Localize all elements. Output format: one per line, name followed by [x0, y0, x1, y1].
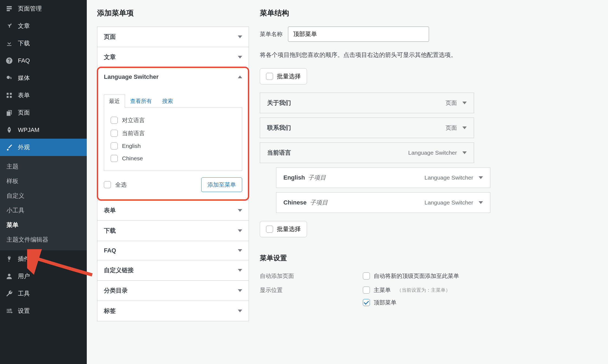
submenu-menus[interactable]: 菜单 — [0, 218, 87, 232]
add-to-menu-button[interactable]: 添加至菜单 — [201, 177, 242, 192]
appearance-submenu: 主题 样板 自定义 小工具 菜单 主题文件编辑器 — [0, 156, 87, 250]
chevron-down-icon[interactable] — [462, 102, 467, 104]
opt-chinese[interactable]: Chinese — [109, 152, 237, 165]
chevron-down-icon[interactable] — [479, 201, 483, 204]
help-text: 将各个项目拖到您喜欢的顺序。点击项目右边的箭头可显示其他配置选项。 — [260, 51, 598, 59]
batch-select-button-top[interactable]: 批量选择 — [260, 68, 307, 84]
checkbox[interactable] — [266, 73, 273, 80]
checkbox[interactable] — [111, 130, 118, 137]
accordion-language-switcher: Language Switcher 最近 查看所有 搜索 对立语言 当前语言 E… — [97, 67, 249, 200]
pin-icon — [5, 22, 14, 30]
accordion-pages[interactable]: 页面 — [97, 27, 249, 47]
svg-point-1 — [8, 274, 10, 276]
checkbox[interactable] — [363, 299, 370, 306]
sidebar-label: FAQ — [18, 57, 30, 64]
checkbox[interactable] — [111, 142, 118, 150]
sidebar-label: 用户 — [18, 272, 30, 280]
accordion-label: 标签 — [104, 307, 116, 315]
opt-opposite-lang[interactable]: 对立语言 — [109, 114, 237, 127]
svg-point-2 — [10, 309, 11, 310]
loc-top-menu[interactable]: 顶部菜单 — [363, 299, 450, 306]
chevron-down-icon — [238, 209, 242, 212]
accordion-tags[interactable]: 标签 — [97, 301, 249, 321]
chevron-down-icon — [238, 269, 242, 272]
sidebar-label: 媒体 — [18, 74, 30, 82]
sidebar-item-users[interactable]: 用户 — [0, 268, 87, 285]
download-icon — [5, 39, 14, 48]
submenu-theme-editor[interactable]: 主题文件编辑器 — [0, 232, 87, 247]
sidebar-label: 表单 — [18, 91, 30, 99]
menu-item-row[interactable]: 关于我们 页面 — [260, 93, 474, 113]
sidebar-item-posts[interactable]: 文章 — [0, 17, 87, 35]
accordion-label: FAQ — [104, 247, 116, 254]
chevron-down-icon[interactable] — [479, 176, 483, 179]
chevron-down-icon — [238, 249, 242, 252]
menu-item-row[interactable]: 联系我们 页面 — [260, 118, 474, 138]
menu-item-row[interactable]: Chinese子项目 Language Switcher — [276, 192, 490, 213]
auto-add-checkbox[interactable]: 自动将新的顶级页面添加至此菜单 — [363, 272, 459, 280]
structure-heading: 菜单结构 — [260, 8, 598, 18]
rocket-icon — [5, 126, 14, 134]
chevron-down-icon — [238, 56, 242, 58]
submenu-widgets[interactable]: 小工具 — [0, 203, 87, 218]
copy-icon — [5, 108, 14, 117]
sidebar-item-pages-mgmt[interactable]: 页面管理 — [0, 0, 87, 17]
user-icon — [5, 272, 14, 281]
accordion-downloads[interactable]: 下载 — [97, 221, 249, 241]
loc-main-menu[interactable]: 主菜单（当前设置为：主菜单） — [363, 286, 450, 294]
checkbox[interactable] — [266, 226, 273, 233]
wrench-icon — [5, 289, 14, 298]
chevron-down-icon[interactable] — [462, 126, 467, 129]
tab-search[interactable]: 搜索 — [157, 95, 178, 108]
submenu-templates[interactable]: 样板 — [0, 174, 87, 188]
accordion-label: 表单 — [104, 206, 116, 214]
select-all[interactable]: 全选 — [104, 181, 127, 188]
opt-english[interactable]: English — [109, 140, 237, 152]
menu-item-row[interactable]: English子项目 Language Switcher — [276, 167, 490, 188]
sidebar-item-forms[interactable]: 表单 — [0, 87, 87, 104]
auto-add-label: 自动添加页面 — [260, 272, 352, 280]
media-icon — [5, 74, 14, 82]
sidebar-item-tools[interactable]: 工具 — [0, 285, 87, 302]
sidebar-item-settings[interactable]: 设置 — [0, 302, 87, 320]
menu-settings: 菜单设置 自动添加页面 自动将新的顶级页面添加至此菜单 显示位置 主菜单（当前设… — [260, 253, 598, 310]
checkbox[interactable] — [111, 155, 118, 162]
sidebar-item-downloads[interactable]: 下载 — [0, 35, 87, 52]
sidebar-item-plugins[interactable]: 插件 — [0, 250, 87, 268]
accordion-forms[interactable]: 表单 — [97, 200, 249, 220]
accordion-label: 自定义链接 — [104, 266, 134, 274]
chevron-down-icon — [238, 310, 242, 312]
accordion-categories[interactable]: 分类目录 — [97, 281, 249, 301]
accordion-label: 下载 — [104, 227, 116, 235]
sidebar-item-faq[interactable]: FAQ — [0, 52, 87, 69]
menu-items-list: 关于我们 页面 联系我们 页面 当前语言 Language Switcher E… — [260, 93, 598, 213]
submenu-customize[interactable]: 自定义 — [0, 188, 87, 203]
checkbox[interactable] — [111, 117, 118, 124]
accordion-faq[interactable]: FAQ — [97, 241, 249, 260]
accordion-custom-links[interactable]: 自定义链接 — [97, 260, 249, 280]
checkbox[interactable] — [363, 287, 370, 294]
chevron-down-icon[interactable] — [462, 151, 467, 154]
checkbox[interactable] — [363, 272, 370, 280]
accordion-lang-header[interactable]: Language Switcher — [97, 67, 249, 86]
tab-recent[interactable]: 最近 — [104, 95, 125, 108]
accordion-posts[interactable]: 文章 — [97, 47, 249, 67]
sidebar-item-media[interactable]: 媒体 — [0, 69, 87, 87]
opt-current-lang[interactable]: 当前语言 — [109, 127, 237, 140]
settings-heading: 菜单设置 — [260, 253, 598, 262]
sidebar-label: 页面管理 — [18, 5, 42, 13]
sidebar-item-pages[interactable]: 页面 — [0, 104, 87, 121]
tab-view-all[interactable]: 查看所有 — [125, 95, 157, 108]
submenu-themes[interactable]: 主题 — [0, 159, 87, 174]
batch-select-button-bottom[interactable]: 批量选择 — [260, 221, 307, 237]
menu-item-row[interactable]: 当前语言 Language Switcher — [260, 142, 474, 163]
menu-name-label: 菜单名称 — [260, 30, 283, 38]
checkbox[interactable] — [104, 181, 111, 188]
chevron-down-icon — [238, 229, 242, 232]
sidebar-item-appearance[interactable]: 外观 — [0, 139, 87, 156]
accordion-label: 页面 — [104, 33, 116, 41]
svg-point-4 — [11, 312, 12, 313]
menu-structure-column: 菜单结构 菜单名称 将各个项目拖到您喜欢的顺序。点击项目右边的箭头可显示其他配置… — [260, 8, 598, 356]
menu-name-input[interactable] — [288, 27, 429, 42]
sidebar-item-wpjam[interactable]: WPJAM — [0, 121, 87, 139]
